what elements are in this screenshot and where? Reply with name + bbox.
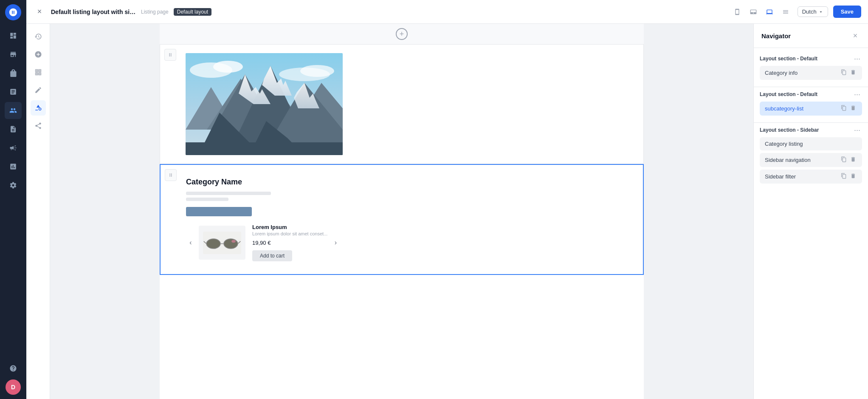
- sidebar-item-orders[interactable]: [5, 83, 22, 100]
- tool-add[interactable]: [31, 47, 46, 62]
- sidebar-item-shop[interactable]: [5, 46, 22, 63]
- sidebar-item-customers[interactable]: [5, 102, 22, 119]
- copy-icon-2[interactable]: [840, 105, 848, 112]
- logo[interactable]: [5, 4, 21, 20]
- navigator-close-button[interactable]: ×: [850, 31, 860, 41]
- add-section-icon[interactable]: +: [396, 28, 408, 40]
- logo-icon: [8, 8, 18, 17]
- section-handle-listing[interactable]: [165, 169, 177, 181]
- device-tablet[interactable]: [747, 5, 760, 19]
- nav-item-sidebar-filter-label: Sidebar filter: [765, 173, 840, 180]
- layout-section-2-header: Layout section - Default ···: [760, 91, 862, 98]
- mountain-image: [186, 53, 343, 155]
- close-button[interactable]: ×: [33, 6, 46, 18]
- tool-history[interactable]: [31, 29, 46, 44]
- layout-section-1-label: Layout section - Default: [760, 56, 852, 62]
- layout-section-1-menu[interactable]: ···: [852, 55, 862, 62]
- device-desktop[interactable]: [763, 5, 776, 19]
- carousel-next[interactable]: ›: [331, 238, 340, 247]
- nav-item-subcategory-list-label: subcategory-list: [765, 105, 840, 112]
- sidebar-item-help[interactable]: [5, 360, 22, 377]
- sidebar-item-dashboard[interactable]: [5, 27, 22, 44]
- sidebar-item-marketing[interactable]: [5, 139, 22, 156]
- layout-section-3-menu[interactable]: ···: [852, 126, 862, 134]
- sidebar-item-analytics[interactable]: [5, 158, 22, 175]
- nav-item-category-info-label: Category info: [765, 70, 840, 76]
- sort-bar[interactable]: [186, 207, 252, 216]
- tool-layout[interactable]: [31, 65, 46, 80]
- nav-item-sidebar-filter[interactable]: Sidebar filter: [760, 170, 862, 184]
- tool-navigator[interactable]: [31, 100, 46, 116]
- product-carousel: ‹: [186, 224, 526, 261]
- image-section: [160, 44, 644, 164]
- page-title: Default listing layout with side...: [51, 8, 136, 15]
- text-line-2: [186, 198, 228, 201]
- sidebar-item-content[interactable]: [5, 121, 22, 138]
- product-desc: Lorem ipsum dolor sit amet conset...: [252, 231, 327, 236]
- layout-section-3: Layout section - Sidebar ··· Category li…: [754, 126, 868, 184]
- nav-item-category-info[interactable]: Category info: [760, 66, 862, 80]
- nav-item-sidebar-nav-actions: [840, 156, 857, 164]
- sidebar-item-products[interactable]: [5, 65, 22, 82]
- language-label: Dutch: [802, 8, 817, 15]
- content-area: +: [26, 24, 868, 399]
- copy-icon[interactable]: [840, 69, 848, 76]
- layout-section-3-label: Layout section - Sidebar: [760, 127, 852, 133]
- canvas-content: +: [160, 24, 644, 399]
- delete-icon[interactable]: [849, 69, 857, 76]
- device-mobile[interactable]: [730, 5, 744, 19]
- carousel-prev[interactable]: ‹: [186, 238, 195, 247]
- chevron-down-icon: [818, 9, 823, 14]
- delete-icon-3[interactable]: [849, 156, 857, 164]
- copy-icon-3[interactable]: [840, 156, 848, 164]
- listing-page-label: Listing page: [141, 9, 169, 15]
- nav-item-sidebar-navigation-label: Sidebar navigation: [765, 157, 840, 163]
- nav-item-sidebar-navigation[interactable]: Sidebar navigation: [760, 153, 862, 167]
- text-line-1: [186, 192, 271, 195]
- sidebar-item-settings[interactable]: [5, 177, 22, 194]
- save-button[interactable]: Save: [833, 6, 861, 18]
- left-sidebar: D: [0, 0, 26, 399]
- add-section-bar[interactable]: +: [160, 24, 644, 44]
- layout-section-2-label: Layout section - Default: [760, 91, 852, 97]
- layout-badge: Default layout: [174, 8, 211, 16]
- nav-item-sidebar-filter-actions: [840, 173, 857, 180]
- user-avatar[interactable]: D: [6, 379, 21, 395]
- topbar: × Default listing layout with side... Li…: [26, 0, 868, 24]
- product-title: Lorem Ipsum: [252, 224, 327, 230]
- canvas-area: +: [50, 24, 753, 399]
- divider-1: [754, 87, 868, 87]
- nav-item-category-listing[interactable]: Category listing: [760, 137, 862, 150]
- divider-2: [754, 122, 868, 123]
- mountain-svg: [186, 53, 343, 155]
- navigator-body: Layout section - Default ··· Category in…: [754, 48, 868, 399]
- delete-icon-2[interactable]: [849, 105, 857, 112]
- main-wrapper: × Default listing layout with side... Li…: [26, 0, 868, 399]
- listing-section: Category Name ‹: [160, 164, 644, 275]
- text-lines: [186, 192, 526, 201]
- delete-icon-4[interactable]: [849, 173, 857, 180]
- layout-section-1-header: Layout section - Default ···: [760, 55, 862, 62]
- layout-section-2-menu[interactable]: ···: [852, 91, 862, 98]
- sidebar-bottom: D: [5, 360, 22, 395]
- sunglasses-svg: [203, 231, 241, 255]
- product-details: Lorem Ipsum Lorem ipsum dolor sit amet c…: [252, 224, 327, 261]
- layout-section-2: Layout section - Default ··· subcategory…: [754, 91, 868, 116]
- nav-item-category-listing-label: Category listing: [765, 141, 857, 147]
- add-to-cart-button[interactable]: Add to cart: [252, 250, 292, 261]
- navigator-header: Navigator ×: [754, 24, 868, 48]
- language-selector[interactable]: Dutch: [798, 6, 828, 17]
- tool-share[interactable]: [31, 118, 46, 133]
- device-list[interactable]: [779, 5, 792, 19]
- product-price: 19,90 €: [252, 240, 327, 246]
- nav-item-subcategory-actions: [840, 105, 857, 112]
- device-switcher: [730, 5, 792, 19]
- nav-item-subcategory-list[interactable]: subcategory-list: [760, 102, 862, 116]
- layout-section-3-header: Layout section - Sidebar ···: [760, 126, 862, 134]
- category-name: Category Name: [186, 178, 526, 187]
- listing-inner: Category Name ‹: [186, 178, 526, 261]
- section-handle-image[interactable]: [164, 49, 176, 61]
- copy-icon-4[interactable]: [840, 173, 848, 180]
- tool-edit[interactable]: [31, 82, 46, 98]
- navigator-panel: Navigator × Layout section - Default ···…: [753, 24, 868, 399]
